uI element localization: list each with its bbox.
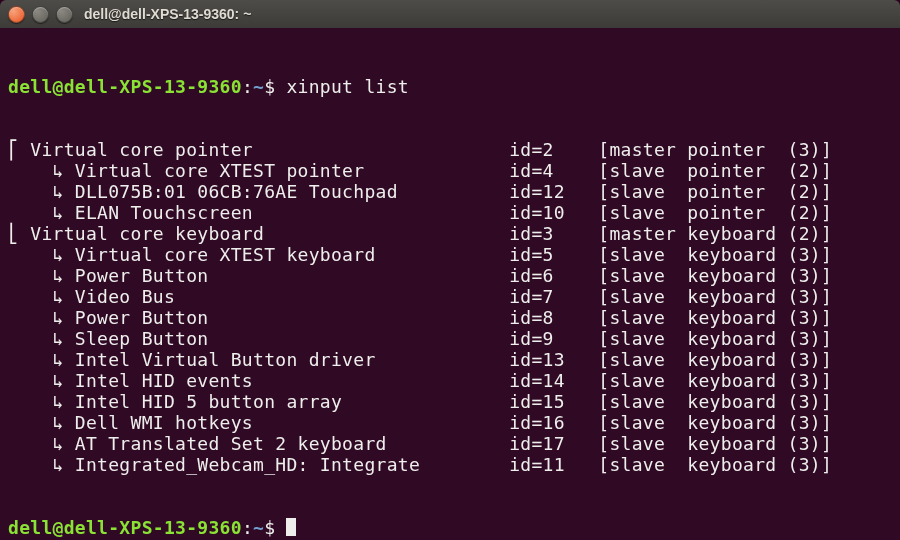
window-titlebar: dell@dell-XPS-13-9360: ~: [0, 0, 900, 28]
prompt-sigil: $: [264, 76, 275, 97]
prompt-separator: :: [242, 76, 253, 97]
prompt-line: dell@dell-XPS-13-9360:~$ xinput list: [8, 76, 892, 97]
prompt-sigil: $: [264, 517, 275, 538]
cursor-icon: [286, 518, 296, 536]
minimize-window-icon[interactable]: [32, 6, 49, 23]
prompt-user-host: dell@dell-XPS-13-9360: [8, 76, 242, 97]
prompt-cwd: ~: [253, 76, 264, 97]
device-row: ↳ Power Button id=8 [slave keyboard (3)]: [8, 307, 892, 328]
prompt-separator: :: [242, 517, 253, 538]
device-row: ↳ Dell WMI hotkeys id=16 [slave keyboard…: [8, 412, 892, 433]
prompt-user-host: dell@dell-XPS-13-9360: [8, 517, 242, 538]
device-row: ↳ Sleep Button id=9 [slave keyboard (3)]: [8, 328, 892, 349]
window-title: dell@dell-XPS-13-9360: ~: [84, 6, 251, 22]
device-row: ↳ Power Button id=6 [slave keyboard (3)]: [8, 265, 892, 286]
device-row: ↳ Intel HID events id=14 [slave keyboard…: [8, 370, 892, 391]
prompt-line-idle: dell@dell-XPS-13-9360:~$: [8, 517, 892, 538]
device-row: ↳ Intel HID 5 button array id=15 [slave …: [8, 391, 892, 412]
xinput-output: ⎡ Virtual core pointer id=2 [master poin…: [8, 139, 892, 475]
terminal-viewport[interactable]: dell@dell-XPS-13-9360:~$ xinput list ⎡ V…: [0, 28, 900, 540]
close-window-icon[interactable]: [8, 6, 25, 23]
device-row: ⎣ Virtual core keyboard id=3 [master key…: [8, 223, 892, 244]
prompt-cwd: ~: [253, 517, 264, 538]
device-row: ↳ Virtual core XTEST pointer id=4 [slave…: [8, 160, 892, 181]
device-row: ⎡ Virtual core pointer id=2 [master poin…: [8, 139, 892, 160]
device-row: ↳ DLL075B:01 06CB:76AE Touchpad id=12 [s…: [8, 181, 892, 202]
device-row: ↳ Integrated_Webcam_HD: Integrate id=11 …: [8, 454, 892, 475]
maximize-window-icon[interactable]: [56, 6, 73, 23]
device-row: ↳ Video Bus id=7 [slave keyboard (3)]: [8, 286, 892, 307]
device-row: ↳ AT Translated Set 2 keyboard id=17 [sl…: [8, 433, 892, 454]
device-row: ↳ Virtual core XTEST keyboard id=5 [slav…: [8, 244, 892, 265]
device-row: ↳ ELAN Touchscreen id=10 [slave pointer …: [8, 202, 892, 223]
command-text: xinput list: [286, 76, 409, 97]
device-row: ↳ Intel Virtual Button driver id=13 [sla…: [8, 349, 892, 370]
